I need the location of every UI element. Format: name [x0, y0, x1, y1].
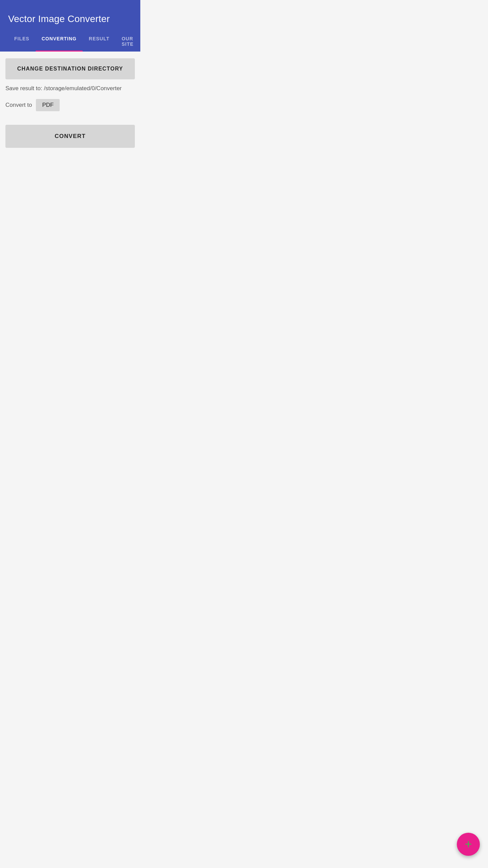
format-selector[interactable]: PDF	[36, 99, 60, 111]
change-destination-button[interactable]: CHANGE DESTINATION DIRECTORY	[5, 58, 135, 79]
convert-to-row: Convert to PDF	[5, 99, 135, 111]
tab-bar: FILES CONVERTING RESULT OUR SITE	[8, 31, 132, 52]
tab-converting[interactable]: CONVERTING	[36, 31, 83, 52]
convert-button[interactable]: CONVERT	[5, 125, 135, 148]
main-content: CHANGE DESTINATION DIRECTORY Save result…	[0, 52, 140, 155]
convert-to-label: Convert to	[5, 102, 32, 108]
app-header: Vector Image Converter FILES CONVERTING …	[0, 0, 140, 52]
app-title: Vector Image Converter	[8, 14, 132, 31]
tab-files[interactable]: FILES	[8, 31, 36, 52]
tab-our-site[interactable]: OUR SITE	[116, 31, 140, 52]
tab-result[interactable]: RESULT	[83, 31, 116, 52]
save-path-text: Save result to: /storage/emulated/0/Conv…	[5, 84, 135, 93]
